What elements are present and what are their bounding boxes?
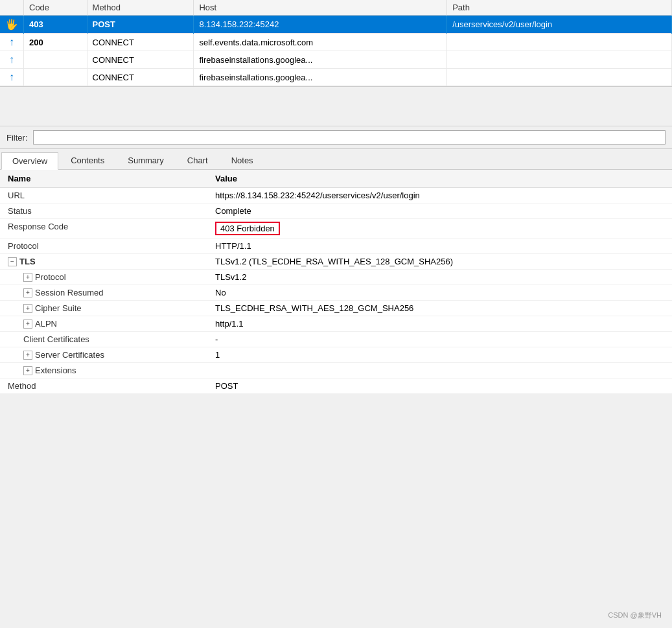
expand-icon[interactable]: + — [23, 304, 32, 313]
col-header-path[interactable]: Path — [447, 0, 672, 16]
expand-icon[interactable]: + — [23, 351, 32, 360]
detail-row-name: −TLS — [0, 254, 207, 270]
tab-contents[interactable]: Contents — [60, 152, 115, 169]
watermark: CSDN @象野VH — [608, 611, 662, 620]
col-header-host[interactable]: Host — [194, 0, 447, 16]
filter-bar: Filter: — [0, 126, 672, 149]
detail-row-name: +Extensions — [0, 363, 207, 378]
detail-row-name: URL — [0, 188, 207, 204]
detail-row-name-text: Cipher Suite — [35, 303, 82, 313]
filter-input[interactable] — [33, 130, 666, 145]
arrow-up-icon: ↑ — [9, 36, 14, 47]
detail-row-name: Status — [0, 204, 207, 219]
detail-row: +Session ResumedNo — [0, 285, 672, 301]
table-row[interactable]: ↑CONNECTfirebaseinstallations.googlea... — [0, 69, 672, 86]
detail-row-name-text: Session Resumed — [35, 288, 104, 297]
detail-row-name-text: URL — [8, 191, 25, 200]
tab-overview[interactable]: Overview — [1, 152, 58, 170]
detail-row: −TLSTLSv1.2 (TLS_ECDHE_RSA_WITH_AES_128_… — [0, 254, 672, 270]
detail-row: StatusComplete — [0, 204, 672, 219]
tab-summary[interactable]: Summary — [117, 152, 175, 169]
row-path — [447, 51, 672, 69]
detail-row-name: Response Code — [0, 219, 207, 238]
detail-row-value: HTTP/1.1 — [207, 238, 672, 254]
detail-row-value: http/1.1 — [207, 316, 672, 332]
row-icon-cell: ↑ — [0, 34, 24, 51]
detail-row-value: POST — [207, 378, 672, 394]
row-icon-cell: ↑ — [0, 51, 24, 69]
row-host: firebaseinstallations.googlea... — [194, 69, 447, 86]
detail-row: ProtocolHTTP/1.1 — [0, 238, 672, 254]
detail-row-name: Method — [0, 378, 207, 394]
col-header-method[interactable]: Method — [87, 0, 194, 16]
detail-row-name: Client Certificates — [0, 332, 207, 347]
col-header-icon — [0, 0, 24, 16]
row-host: 8.134.158.232:45242 — [194, 16, 447, 34]
expand-icon[interactable]: + — [23, 320, 32, 329]
detail-row-value: TLS_ECDHE_RSA_WITH_AES_128_GCM_SHA256 — [207, 301, 672, 316]
col-header-code[interactable]: Code — [24, 0, 87, 16]
detail-row-value: 403 Forbidden — [207, 219, 672, 238]
arrow-up-icon: ↑ — [9, 54, 14, 65]
expand-icon[interactable]: + — [23, 366, 32, 375]
detail-panel: Name Value URLhttps://8.134.158.232:4524… — [0, 170, 672, 394]
row-code: 200 — [24, 34, 87, 51]
detail-row-name: +Protocol — [0, 270, 207, 285]
tab-notes[interactable]: Notes — [220, 152, 264, 169]
detail-row-name-text: Protocol — [8, 241, 39, 251]
request-table: Code Method Host Path 🖐️403POST8.134.158… — [0, 0, 672, 86]
detail-row-value: Complete — [207, 204, 672, 219]
row-path: /userservices/v2/user/login — [447, 16, 672, 34]
expand-icon[interactable]: + — [23, 273, 32, 282]
detail-row-value: https://8.134.158.232:45242/userservices… — [207, 188, 672, 204]
row-host: self.events.data.microsoft.com — [194, 34, 447, 51]
detail-row-name-text: Extensions — [35, 366, 76, 375]
detail-row-name: +Cipher Suite — [0, 301, 207, 316]
detail-row-value: No — [207, 285, 672, 301]
detail-row-value — [207, 363, 672, 378]
detail-row-name: Protocol — [0, 238, 207, 254]
detail-row: +Server Certificates1 — [0, 347, 672, 363]
detail-table: Name Value URLhttps://8.134.158.232:4524… — [0, 170, 672, 394]
expand-icon[interactable]: + — [23, 288, 32, 297]
detail-row-name: +Server Certificates — [0, 347, 207, 363]
row-host: firebaseinstallations.googlea... — [194, 51, 447, 69]
detail-row-name-text: Protocol — [35, 272, 66, 282]
response-code-box: 403 Forbidden — [215, 222, 280, 235]
table-row[interactable]: ↑CONNECTfirebaseinstallations.googlea... — [0, 51, 672, 69]
detail-row-name-text: Response Code — [8, 222, 68, 231]
detail-row-value: TLSv1.2 — [207, 270, 672, 285]
row-code — [24, 51, 87, 69]
row-method: CONNECT — [87, 69, 194, 86]
table-row[interactable]: 🖐️403POST8.134.158.232:45242/userservice… — [0, 16, 672, 34]
request-table-section: Code Method Host Path 🖐️403POST8.134.158… — [0, 0, 672, 87]
row-method: CONNECT — [87, 51, 194, 69]
detail-row: Response Code403 Forbidden — [0, 219, 672, 238]
row-code: 403 — [24, 16, 87, 34]
tab-chart[interactable]: Chart — [176, 152, 219, 169]
row-path — [447, 69, 672, 86]
detail-row-value: TLSv1.2 (TLS_ECDHE_RSA_WITH_AES_128_GCM_… — [207, 254, 672, 270]
detail-row-name-text: TLS — [19, 257, 36, 266]
detail-row-name-text: ALPN — [35, 319, 57, 329]
detail-row-value: - — [207, 332, 672, 347]
detail-row: +Cipher SuiteTLS_ECDHE_RSA_WITH_AES_128_… — [0, 301, 672, 316]
hand-icon: 🖐️ — [5, 19, 18, 30]
detail-col-name: Name — [0, 170, 207, 188]
row-method: CONNECT — [87, 34, 194, 51]
detail-row-name-text: Client Certificates — [23, 334, 89, 344]
detail-row-name: +ALPN — [0, 316, 207, 332]
row-method: POST — [87, 16, 194, 34]
detail-row-name-text: Status — [8, 206, 32, 216]
row-icon-cell: 🖐️ — [0, 16, 24, 34]
filter-label: Filter: — [6, 133, 28, 143]
detail-row: +ALPNhttp/1.1 — [0, 316, 672, 332]
detail-row-value: 1 — [207, 347, 672, 363]
detail-row-name-text: Method — [8, 381, 36, 391]
collapse-icon[interactable]: − — [8, 257, 17, 266]
detail-row-name-text: Server Certificates — [35, 350, 104, 360]
table-row[interactable]: ↑200CONNECTself.events.data.microsoft.co… — [0, 34, 672, 51]
detail-row: MethodPOST — [0, 378, 672, 394]
detail-row: +Extensions — [0, 363, 672, 378]
arrow-up-icon: ↑ — [9, 71, 14, 82]
